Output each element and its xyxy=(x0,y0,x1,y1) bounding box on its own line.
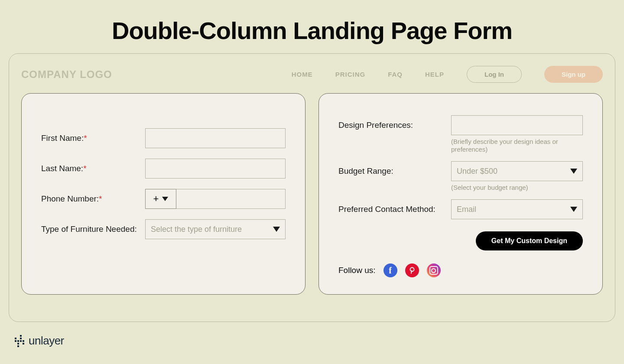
phone-input[interactable] xyxy=(176,189,286,209)
page-title: Double-Column Landing Page Form xyxy=(0,16,624,45)
last-name-label: Last Name:* xyxy=(41,164,145,173)
phone-row: Phone Number:* + xyxy=(41,189,286,209)
required-mark: * xyxy=(99,194,102,203)
budget-select[interactable]: Under $500 xyxy=(451,161,583,181)
follow-label: Follow us: xyxy=(338,266,376,275)
chevron-down-icon xyxy=(162,197,168,201)
furniture-placeholder: Select the type of furniture xyxy=(151,225,242,234)
country-code-select[interactable]: + xyxy=(145,189,176,209)
chevron-down-icon xyxy=(570,169,577,174)
chevron-down-icon xyxy=(273,227,280,232)
required-mark: * xyxy=(83,164,86,173)
instagram-icon[interactable] xyxy=(427,263,441,277)
plus-icon: + xyxy=(153,193,159,205)
contact-select[interactable]: Email xyxy=(451,199,583,219)
nav-links: HOME PRICING FAQ HELP Log In Sign up xyxy=(292,66,603,83)
contact-value: Email xyxy=(457,205,476,214)
contact-row: Preferred Contact Method: Email xyxy=(338,199,583,219)
design-row: Design Preferences: xyxy=(338,115,583,135)
left-form-card: First Name:* Last Name:* Phone Number:* … xyxy=(21,93,306,295)
phone-group: + xyxy=(145,189,286,209)
last-name-row: Last Name:* xyxy=(41,159,286,179)
contact-label: Preferred Contact Method: xyxy=(338,205,451,214)
budget-value: Under $500 xyxy=(457,167,497,176)
first-name-input[interactable] xyxy=(145,128,286,148)
submit-button[interactable]: Get My Custom Design xyxy=(476,231,583,250)
required-mark: * xyxy=(84,133,87,143)
footer-brand: unlayer xyxy=(15,334,64,348)
nav-pricing[interactable]: PRICING xyxy=(335,71,366,78)
navbar: COMPANY LOGO HOME PRICING FAQ HELP Log I… xyxy=(21,66,603,83)
chevron-down-icon xyxy=(570,207,577,212)
nav-faq[interactable]: FAQ xyxy=(388,71,403,78)
facebook-icon[interactable]: f xyxy=(384,263,397,277)
furniture-label: Type of Furniture Needed: xyxy=(41,224,145,234)
follow-row: Follow us: f xyxy=(338,263,583,277)
design-input[interactable] xyxy=(451,115,583,135)
signup-button[interactable]: Sign up xyxy=(544,66,603,83)
form-container: COMPANY LOGO HOME PRICING FAQ HELP Log I… xyxy=(9,53,615,322)
last-name-input[interactable] xyxy=(145,159,286,179)
design-hint: (Briefly describe your design ideas or p… xyxy=(451,138,559,153)
furniture-select[interactable]: Select the type of furniture xyxy=(145,219,286,239)
right-form-card: Design Preferences: (Briefly describe yo… xyxy=(318,93,603,295)
budget-hint: (Select your budget range) xyxy=(451,184,559,192)
first-name-row: First Name:* xyxy=(41,128,286,148)
first-name-label: First Name:* xyxy=(41,133,145,143)
pinterest-icon[interactable] xyxy=(405,263,419,277)
login-button[interactable]: Log In xyxy=(467,66,522,83)
budget-label: Budget Range: xyxy=(338,166,451,176)
design-label: Design Preferences: xyxy=(338,120,451,130)
phone-label: Phone Number:* xyxy=(41,194,145,204)
company-logo: COMPANY LOGO xyxy=(21,68,112,81)
budget-row: Budget Range: Under $500 xyxy=(338,161,583,181)
form-columns: First Name:* Last Name:* Phone Number:* … xyxy=(21,93,603,295)
nav-help[interactable]: HELP xyxy=(425,71,444,78)
unlayer-logo-icon xyxy=(15,335,24,347)
footer-brand-text: unlayer xyxy=(29,334,64,348)
nav-home[interactable]: HOME xyxy=(292,71,313,78)
submit-row: Get My Custom Design xyxy=(338,231,583,250)
furniture-row: Type of Furniture Needed: Select the typ… xyxy=(41,219,286,239)
